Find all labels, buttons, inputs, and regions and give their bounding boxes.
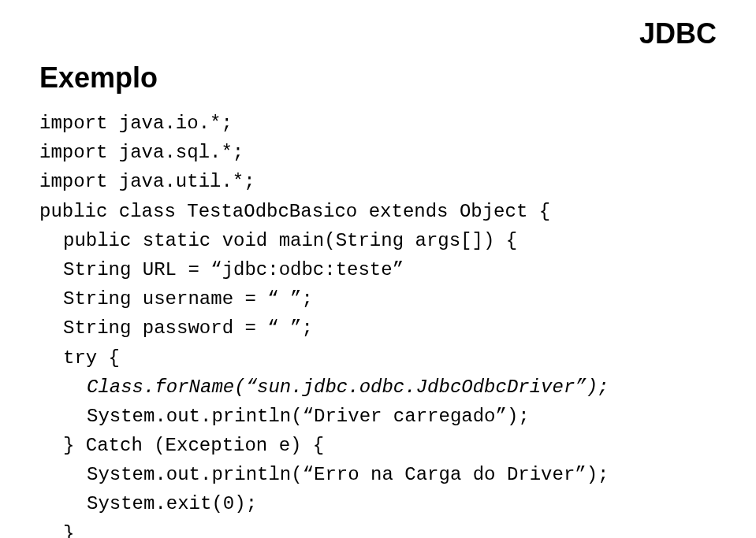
code-line: import java.io.*; [39, 109, 717, 138]
code-line: String URL = “jdbc:odbc:teste” [39, 255, 717, 284]
header-label: JDBC [639, 17, 717, 50]
code-line: } Catch (Exception e) { [39, 431, 717, 460]
code-line: String username = “ ”; [39, 284, 717, 314]
code-line: import java.util.*; [39, 167, 717, 196]
code-block: import java.io.*; import java.sql.*; imp… [39, 109, 717, 538]
code-line: System.out.println(“Erro na Carga do Dri… [39, 460, 717, 489]
code-line: import java.sql.*; [39, 138, 717, 167]
code-line: try { [39, 343, 717, 373]
code-line: } [39, 519, 717, 538]
code-line: public class TestaOdbcBasico extends Obj… [39, 197, 717, 226]
code-line: Class.forName(“sun.jdbc.odbc.JdbcOdbcDri… [39, 373, 717, 402]
code-line: String password = “ ”; [39, 314, 717, 343]
code-line: System.out.println(“Driver carregado”); [39, 402, 717, 431]
section-title: Exemplo [39, 61, 717, 95]
code-line: System.exit(0); [39, 489, 717, 518]
code-line: public static void main(String args[]) { [39, 226, 717, 255]
